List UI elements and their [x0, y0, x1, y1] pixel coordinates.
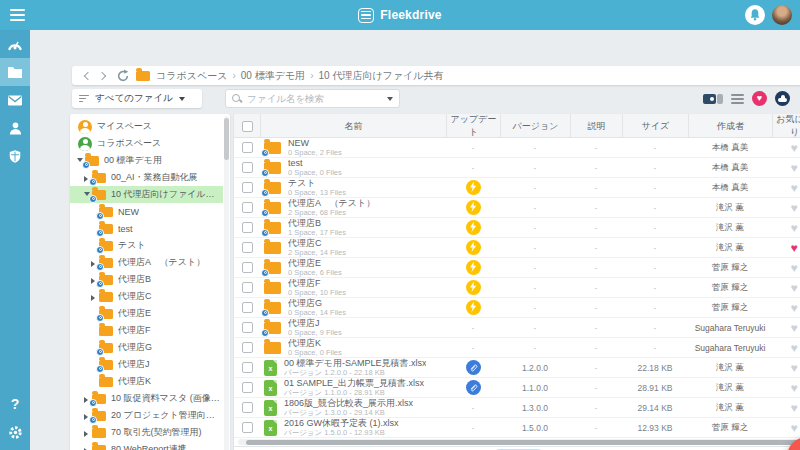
- breadcrumb-item[interactable]: コラボスペース: [156, 70, 227, 81]
- tree-item[interactable]: 代理店E: [70, 305, 223, 322]
- nav-mail[interactable]: [0, 86, 30, 114]
- tree-item[interactable]: 代理店F: [70, 322, 223, 339]
- tree-item[interactable]: テスト: [70, 237, 223, 254]
- row-checkbox[interactable]: [242, 282, 253, 293]
- row-checkbox[interactable]: [242, 422, 253, 433]
- favorite-heart-icon[interactable]: ♥: [790, 421, 797, 435]
- file-filter-dropdown[interactable]: すべてのファイル: [72, 89, 202, 108]
- folder-row[interactable]: 代理店F0 Space, 10 Files---菅原 輝之♥: [234, 278, 800, 298]
- tree-item[interactable]: 代理店K: [70, 373, 223, 390]
- breadcrumb-item[interactable]: 00 標準デモ用: [241, 70, 305, 81]
- favorite-heart-icon[interactable]: ♥: [790, 201, 797, 215]
- chevron-right-icon[interactable]: [91, 295, 95, 301]
- chevron-right-icon[interactable]: [84, 431, 88, 437]
- row-checkbox[interactable]: [242, 322, 253, 333]
- nav-files[interactable]: [0, 58, 30, 86]
- folder-row[interactable]: test0 Space, 0 Files----本橋 真美♥: [234, 158, 800, 178]
- row-checkbox[interactable]: [242, 142, 253, 153]
- row-checkbox[interactable]: [242, 222, 253, 233]
- favorites-filter-icon[interactable]: ♥: [752, 91, 767, 106]
- chevron-right-icon[interactable]: [91, 278, 95, 284]
- refresh-icon[interactable]: [116, 69, 130, 83]
- tree-item[interactable]: 代理店G: [70, 339, 223, 356]
- update-sync-icon[interactable]: [466, 280, 481, 295]
- link-attachment-icon[interactable]: [466, 360, 481, 375]
- folder-row[interactable]: 代理店G0 Space, 14 Files---菅原 輝之♥: [234, 298, 800, 318]
- row-checkbox[interactable]: [242, 202, 253, 213]
- search-caret-icon[interactable]: [387, 97, 393, 101]
- table-hscroll-thumb[interactable]: [246, 440, 798, 445]
- favorite-heart-icon[interactable]: ♥: [790, 321, 797, 335]
- update-sync-icon[interactable]: [466, 260, 481, 275]
- nav-settings[interactable]: [0, 418, 30, 446]
- file-row[interactable]: x2016 GW休暇予定表 (1).xlsxバージョン 1.5.0.0 - 12…: [234, 418, 800, 438]
- tree-item[interactable]: 代理店B: [70, 271, 223, 288]
- file-row[interactable]: x01 SAMPLE_出力帳票_見積書.xlsxバージョン 1.1.0.0 - …: [234, 378, 800, 398]
- folder-row[interactable]: NEW0 Space, 2 Files----本橋 真美♥: [234, 138, 800, 158]
- tree-item[interactable]: コラボスペース: [70, 135, 223, 152]
- cloud-service-icon[interactable]: [775, 91, 790, 106]
- folder-row[interactable]: 代理店K0 Space, 0 Files----Sugahara Teruyuk…: [234, 338, 800, 358]
- tree-item[interactable]: 00_AI・業務自動化展: [70, 169, 223, 186]
- folder-row[interactable]: 代理店J0 Space, 9 Files----Sugahara Teruyuk…: [234, 318, 800, 338]
- user-avatar[interactable]: [772, 5, 792, 25]
- tree-item[interactable]: NEW: [70, 203, 223, 220]
- tree-item[interactable]: test: [70, 220, 223, 237]
- tree-item[interactable]: 10 代理店向けファイル共有: [70, 186, 223, 203]
- tree-item[interactable]: 80 WebReport連携: [70, 441, 223, 450]
- update-sync-icon[interactable]: [466, 300, 481, 315]
- favorite-heart-icon[interactable]: ♥: [790, 261, 797, 275]
- back-button[interactable]: [80, 69, 94, 83]
- column-header[interactable]: アップデート: [446, 114, 500, 138]
- tree-item[interactable]: 70 取引先(契約管理用): [70, 424, 223, 441]
- column-header[interactable]: お気に入り: [772, 114, 800, 138]
- folder-row[interactable]: 代理店E0 Space, 6 Files---菅原 輝之♥: [234, 258, 800, 278]
- view-switch-icon[interactable]: [703, 94, 723, 104]
- favorite-heart-icon[interactable]: ♥: [790, 241, 797, 255]
- tree-item[interactable]: 代理店A （テスト）: [70, 254, 223, 271]
- row-checkbox[interactable]: [242, 262, 253, 273]
- row-checkbox[interactable]: [242, 302, 253, 313]
- breadcrumb-item[interactable]: 10 代理店向けファイル共有: [318, 70, 443, 81]
- favorite-heart-icon[interactable]: ♥: [790, 381, 797, 395]
- column-header[interactable]: 名前: [260, 114, 446, 138]
- favorite-heart-icon[interactable]: ♥: [790, 361, 797, 375]
- nav-security[interactable]: [0, 142, 30, 170]
- row-checkbox[interactable]: [242, 182, 253, 193]
- row-checkbox[interactable]: [242, 382, 253, 393]
- row-checkbox[interactable]: [242, 162, 253, 173]
- select-all-checkbox[interactable]: [242, 121, 253, 132]
- favorite-heart-icon[interactable]: ♥: [790, 161, 797, 175]
- update-sync-icon[interactable]: [466, 220, 481, 235]
- tree-item[interactable]: マイスペース: [70, 118, 223, 135]
- chevron-down-icon[interactable]: [84, 192, 90, 196]
- list-view-icon[interactable]: [731, 94, 744, 104]
- column-header[interactable]: 作成者: [688, 114, 772, 138]
- file-row[interactable]: x00 標準デモ用-SAMPLE見積書.xlsxバージョン 1.2.0.0 - …: [234, 358, 800, 378]
- tree-vscroll-thumb[interactable]: [224, 118, 229, 160]
- notifications-button[interactable]: [745, 5, 765, 25]
- tree-item[interactable]: 20 プロジェクト管理向けファイル共有: [70, 407, 223, 424]
- favorite-heart-icon[interactable]: ♥: [790, 401, 797, 415]
- row-checkbox[interactable]: [242, 342, 253, 353]
- tree-item[interactable]: 10 販促資料マスタ (画像・動画): [70, 390, 223, 407]
- nav-dashboard[interactable]: [0, 30, 30, 58]
- chevron-right-icon[interactable]: [84, 176, 88, 182]
- favorite-heart-icon[interactable]: ♥: [790, 141, 797, 155]
- update-sync-icon[interactable]: [466, 200, 481, 215]
- folder-row[interactable]: 代理店C2 Space, 14 Files---滝沢 薫♥: [234, 238, 800, 258]
- favorite-heart-icon[interactable]: ♥: [790, 341, 797, 355]
- update-sync-icon[interactable]: [466, 240, 481, 255]
- column-header[interactable]: サイズ: [622, 114, 688, 138]
- chevron-right-icon[interactable]: [91, 261, 95, 267]
- search-input[interactable]: [247, 93, 381, 104]
- chevron-right-icon[interactable]: [84, 414, 88, 420]
- tree-item[interactable]: 代理店J: [70, 356, 223, 373]
- row-checkbox[interactable]: [242, 402, 253, 413]
- link-attachment-icon[interactable]: [466, 380, 481, 395]
- folder-row[interactable]: 代理店B1 Space, 17 Files---滝沢 薫♥: [234, 218, 800, 238]
- hamburger-menu-icon[interactable]: [10, 9, 25, 21]
- favorite-heart-icon[interactable]: ♥: [790, 221, 797, 235]
- column-header[interactable]: 説明: [570, 114, 622, 138]
- nav-workflow[interactable]: [0, 114, 30, 142]
